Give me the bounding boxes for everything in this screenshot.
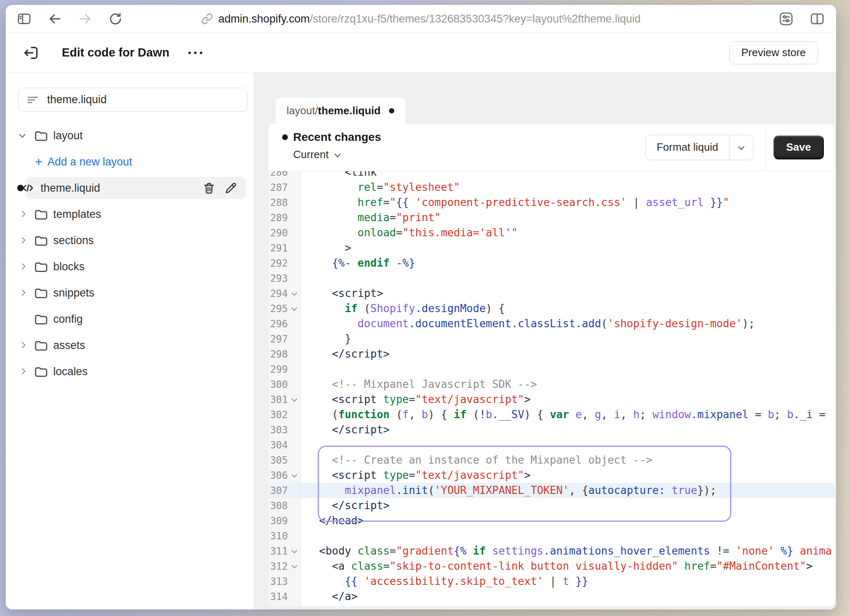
code-line[interactable]: 301 <script type="text/javascript"> — [269, 392, 834, 407]
sidebar-toggle-icon[interactable] — [16, 11, 32, 27]
sidebar-item-theme-liquid[interactable]: theme.liquid — [6, 175, 254, 201]
fold-placeholder — [291, 502, 298, 510]
forward-icon[interactable] — [78, 11, 93, 26]
sidebar-item-blocks[interactable]: blocks — [6, 254, 254, 280]
chevron-right-icon[interactable] — [18, 341, 27, 349]
folder-icon — [34, 233, 47, 247]
code-line[interactable]: 303 </script> — [269, 422, 834, 437]
fold-placeholder — [291, 457, 298, 464]
fold-chevron-icon[interactable] — [291, 290, 298, 297]
sidebar-item-add-a-new-layout[interactable]: +Add a new layout — [6, 149, 254, 175]
file-tree: layout+Add a new layouttheme.liquidtempl… — [6, 122, 254, 385]
fold-chevron-icon[interactable] — [291, 396, 298, 403]
code-line[interactable]: 305 <!-- Create an instance of the Mixpa… — [269, 453, 834, 468]
code-line-text: (function (f, b) { if (!b.__SV) { var e,… — [301, 407, 834, 422]
fold-chevron-icon[interactable] — [291, 563, 298, 570]
code-line[interactable]: 296 document.documentElement.classList.a… — [269, 316, 834, 331]
folder-icon — [34, 338, 47, 352]
code-line-text: <!-- Create an instance of the Mixpanel … — [301, 453, 834, 468]
fold-chevron-icon[interactable] — [291, 305, 298, 313]
line-number: 294 — [270, 288, 288, 299]
sidebar-item-config[interactable]: config — [6, 306, 254, 332]
sidebar-item-templates[interactable]: templates — [6, 201, 254, 227]
code-line[interactable]: 313 {{ 'accessibility.skip_to_text' | t … — [269, 574, 834, 589]
code-line-text: </script> — [301, 422, 834, 437]
format-liquid-caret[interactable] — [729, 135, 753, 160]
code-line[interactable]: 297 } — [269, 331, 834, 346]
code-line[interactable]: 302 (function (f, b) { if (!b.__SV) { va… — [269, 407, 834, 422]
code-line[interactable]: 310 — [269, 528, 834, 544]
code-editor[interactable]: 286 <link287 rel="stylesheet"288 href="{… — [269, 171, 834, 606]
fold-placeholder — [291, 532, 298, 540]
plus-icon: + — [35, 155, 43, 168]
delete-file-icon[interactable] — [202, 181, 216, 195]
search-input[interactable] — [46, 93, 239, 106]
sidebar-item-assets[interactable]: assets — [6, 332, 254, 358]
code-line[interactable]: 314 </a> — [269, 589, 834, 604]
line-number: 288 — [270, 197, 288, 208]
code-line[interactable]: 307 mixpanel.init('YOUR_MIXPANEL_TOKEN',… — [269, 483, 834, 498]
code-line[interactable]: 292 {%- endif -%} — [269, 256, 834, 271]
exit-icon[interactable] — [23, 44, 40, 61]
code-line[interactable]: 288 href="{{ 'component-predictive-searc… — [269, 195, 834, 210]
file-search-box[interactable] — [18, 88, 247, 112]
code-line-text: </head> — [301, 513, 834, 528]
preview-store-button[interactable]: Preview store — [729, 41, 818, 64]
fold-placeholder — [291, 442, 298, 449]
save-button[interactable]: Save — [773, 136, 824, 159]
tab-layout-theme-liquid[interactable]: layout/theme.liquid — [276, 97, 405, 124]
line-number: 297 — [270, 333, 288, 345]
fold-placeholder — [291, 214, 298, 222]
chevron-down-icon[interactable] — [18, 131, 27, 140]
code-line[interactable]: 287 rel="stylesheet" — [269, 180, 834, 195]
chevron-right-icon[interactable] — [18, 367, 27, 376]
fold-chevron-icon[interactable] — [291, 548, 298, 555]
sidebar-item-locales[interactable]: locales — [6, 358, 254, 385]
code-line[interactable]: 308 </script> — [269, 498, 834, 513]
code-line[interactable]: 299 — [269, 362, 834, 377]
code-line[interactable]: 304 — [269, 437, 834, 453]
code-line[interactable]: 291 > — [269, 240, 834, 256]
more-dots-icon[interactable] — [188, 52, 202, 54]
code-line[interactable]: 294 <script> — [269, 286, 834, 301]
code-line[interactable]: 306 <script type="text/javascript"> — [269, 468, 834, 483]
back-icon[interactable] — [47, 11, 62, 26]
code-line[interactable]: 300 <!-- Mixpanel Javascript SDK --> — [269, 377, 834, 392]
sidebar-item-snippets[interactable]: snippets — [6, 280, 254, 306]
fold-placeholder — [291, 171, 298, 176]
recent-changes-dot — [282, 134, 288, 140]
format-liquid-button[interactable]: Format liquid — [646, 135, 729, 160]
reload-icon[interactable] — [108, 11, 123, 26]
code-line[interactable]: 311 <body class="gradient{% if settings.… — [269, 544, 834, 559]
code-line-text: rel="stylesheet" — [301, 180, 834, 195]
code-line[interactable]: 286 <link — [269, 171, 834, 180]
line-number: 305 — [270, 455, 288, 466]
chevron-placeholder-icon — [18, 315, 27, 323]
code-line[interactable]: 298 </script> — [269, 346, 834, 362]
fold-placeholder — [291, 260, 298, 267]
code-line[interactable]: 290 onload="this.media='all'" — [269, 225, 834, 240]
chevron-right-icon[interactable] — [18, 263, 27, 271]
code-line[interactable]: 312 <a class="skip-to-content-link butto… — [269, 559, 834, 574]
code-line-text: </script> — [301, 498, 834, 513]
sidebar-item-sections[interactable]: sections — [6, 227, 254, 254]
code-line-text — [301, 271, 834, 286]
code-line[interactable]: 293 — [269, 271, 834, 286]
chevron-right-icon[interactable] — [18, 236, 27, 245]
edit-file-icon[interactable] — [224, 181, 237, 195]
code-line[interactable]: 309 </head> — [269, 513, 834, 528]
code-line[interactable]: 295 if (Shopify.designMode) { — [269, 301, 834, 316]
version-selector[interactable]: Current — [293, 148, 645, 161]
sidebar-item-layout[interactable]: layout — [6, 122, 254, 149]
fold-chevron-icon[interactable] — [291, 472, 298, 479]
url-bar[interactable]: admin.shopify.com/store/rzq1xu-f5/themes… — [201, 12, 640, 25]
extensions-icon[interactable] — [778, 11, 794, 27]
line-number: 307 — [270, 485, 288, 496]
split-view-icon[interactable] — [809, 11, 825, 27]
line-number: 289 — [270, 212, 288, 224]
chevron-right-icon[interactable] — [18, 289, 27, 297]
editor-card: Recent changes Current Format liquid — [269, 124, 834, 606]
code-line[interactable]: 289 media="print" — [269, 210, 834, 225]
fold-placeholder — [291, 366, 298, 373]
chevron-right-icon[interactable] — [18, 210, 27, 218]
